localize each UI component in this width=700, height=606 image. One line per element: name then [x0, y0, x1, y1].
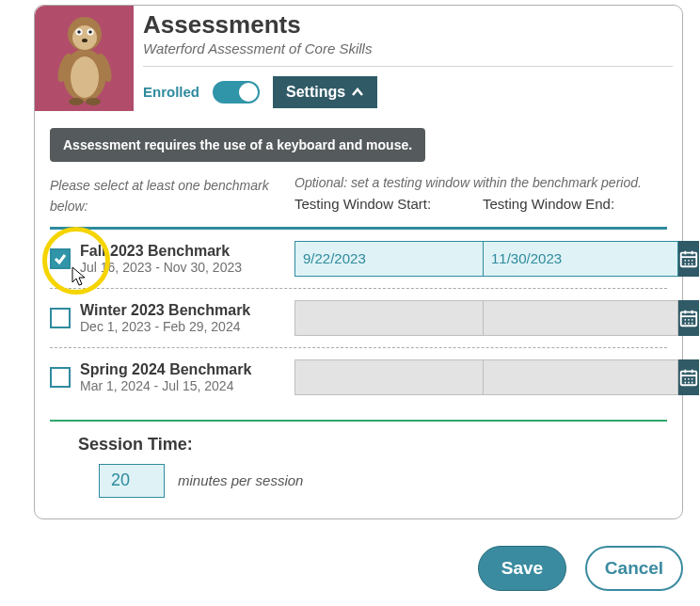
enrolled-label: Enrolled [143, 84, 199, 100]
dialog-body: Assessment requires the use of a keyboar… [35, 111, 682, 518]
page-subtitle: Waterford Assessment of Core Skills [143, 40, 682, 56]
checkmark-icon [54, 252, 67, 265]
svg-point-47 [684, 319, 686, 321]
window-end-field [483, 359, 643, 395]
calendar-button[interactable] [678, 241, 699, 277]
svg-point-72 [692, 381, 693, 383]
session-divider [50, 420, 667, 422]
svg-point-70 [684, 381, 686, 383]
left-instruction: Please select at least one benchmark bel… [50, 175, 294, 217]
window-end-field [483, 241, 643, 277]
svg-point-12 [86, 98, 101, 105]
svg-point-51 [688, 322, 690, 324]
window-start-input[interactable] [294, 241, 490, 277]
benchmark-text: Winter 2023 Benchmark Dec 1, 2023 - Feb … [80, 302, 294, 334]
window-start-input [294, 300, 490, 336]
settings-label: Settings [286, 84, 345, 101]
svg-point-27 [684, 260, 686, 262]
benchmark-name: Fall 2023 Benchmark [80, 243, 294, 260]
benchmark-dates: Jul 16, 2023 - Nov 30, 2023 [80, 260, 294, 275]
svg-point-71 [688, 381, 690, 383]
columns: Please select at least one benchmark bel… [50, 175, 667, 498]
svg-point-5 [77, 30, 81, 34]
cancel-button[interactable]: Cancel [585, 546, 683, 591]
session-time-input[interactable] [99, 464, 165, 498]
toggle-knob [239, 83, 258, 102]
svg-point-1 [71, 56, 99, 98]
svg-point-49 [692, 319, 693, 321]
svg-point-52 [692, 322, 693, 324]
benchmark-checkbox[interactable] [50, 308, 71, 328]
window-start-label: Testing Window Start: [294, 196, 483, 212]
svg-point-67 [684, 378, 686, 380]
keyboard-mouse-notice: Assessment requires the use of a keyboar… [50, 128, 425, 162]
calendar-icon [678, 248, 699, 269]
page-title: Assessments [143, 11, 682, 39]
window-start-field [294, 241, 454, 277]
calendar-icon [678, 367, 699, 388]
benchmark-text: Fall 2023 Benchmark Jul 16, 2023 - Nov 3… [80, 243, 294, 275]
window-headings: Testing Window Start: Testing Window End… [294, 196, 667, 212]
svg-point-30 [684, 263, 686, 264]
session-time-title: Session Time: [78, 435, 667, 454]
window-end-input [483, 300, 678, 336]
session-time-section: Session Time: minutes per session [50, 435, 667, 498]
dialog-header: Assessments Waterford Assessment of Core… [35, 6, 682, 111]
save-button[interactable]: Save [478, 546, 566, 591]
window-start-field [294, 359, 454, 395]
benchmark-row-fall-2023: Fall 2023 Benchmark Jul 16, 2023 - Nov 3… [50, 230, 667, 289]
column-headings: Please select at least one benchmark bel… [50, 175, 667, 217]
svg-point-69 [692, 378, 693, 380]
window-end-field [483, 300, 643, 336]
svg-point-32 [692, 263, 693, 264]
svg-point-48 [688, 319, 690, 321]
benchmark-text: Spring 2024 Benchmark Mar 1, 2024 - Jul … [80, 361, 294, 393]
window-start-field [294, 300, 454, 336]
benchmark-checkbox[interactable] [50, 248, 71, 269]
benchmark-checkbox[interactable] [50, 367, 71, 388]
svg-point-68 [688, 378, 690, 380]
calendar-icon [678, 308, 699, 328]
right-column-head: Optional: set a testing window within th… [294, 175, 667, 217]
header-controls: Enrolled Settings [143, 76, 682, 108]
footer-buttons: Save Cancel [478, 546, 683, 591]
otter-character-icon [44, 11, 125, 105]
avatar [35, 6, 134, 111]
svg-point-3 [72, 25, 97, 50]
window-end-label: Testing Window End: [483, 196, 667, 212]
header-right: Assessments Waterford Assessment of Core… [134, 6, 682, 111]
svg-point-28 [688, 260, 690, 262]
calendar-button[interactable] [678, 359, 699, 395]
benchmark-dates: Dec 1, 2023 - Feb 29, 2024 [80, 319, 294, 334]
chevron-up-icon [351, 86, 364, 99]
svg-point-50 [684, 322, 686, 324]
right-instruction: Optional: set a testing window within th… [294, 175, 667, 190]
enrolled-toggle[interactable] [213, 81, 260, 104]
svg-point-31 [688, 263, 690, 264]
assessments-dialog: Assessments Waterford Assessment of Core… [34, 5, 683, 519]
benchmark-name: Winter 2023 Benchmark [80, 302, 294, 319]
svg-point-8 [82, 39, 88, 42]
window-end-input [483, 359, 678, 395]
benchmark-dates: Mar 1, 2024 - Jul 15, 2024 [80, 378, 294, 393]
svg-point-11 [69, 98, 84, 105]
svg-point-29 [692, 260, 693, 262]
svg-point-7 [88, 30, 92, 34]
settings-dropdown[interactable]: Settings [273, 76, 377, 108]
calendar-button[interactable] [678, 300, 699, 336]
benchmark-row-winter-2023: Winter 2023 Benchmark Dec 1, 2023 - Feb … [50, 289, 667, 348]
window-start-input [294, 359, 490, 395]
benchmark-name: Spring 2024 Benchmark [80, 361, 294, 378]
header-divider [143, 66, 673, 67]
window-end-input[interactable] [483, 241, 678, 277]
session-time-row: minutes per session [78, 464, 667, 498]
benchmark-row-spring-2024: Spring 2024 Benchmark Mar 1, 2024 - Jul … [50, 348, 667, 407]
session-time-unit: minutes per session [178, 472, 303, 488]
